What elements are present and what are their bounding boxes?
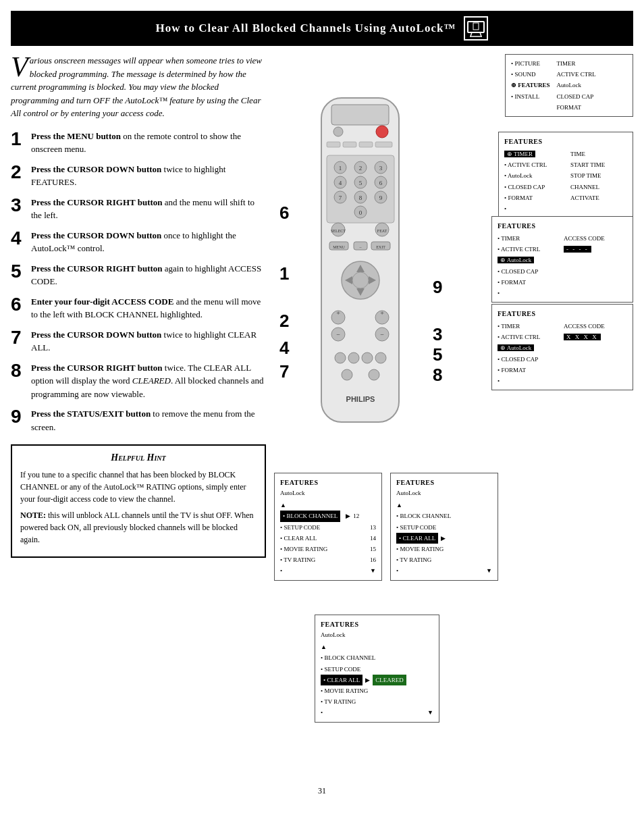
menu1-install: • INSTALL <box>511 91 550 102</box>
menu2-closedcap: • CLOSED CAP <box>504 182 565 192</box>
step-3: 3 Press the CURSOR RIGHT button and the … <box>11 196 266 222</box>
svg-rect-12 <box>375 142 392 147</box>
step-1-bold: Press the MENU button <box>31 131 121 141</box>
mc-arrow-right: ▶ <box>365 675 370 685</box>
menu3-format: • FORMAT <box>498 277 558 288</box>
step-6: 6 Enter your four-digit ACCESS CODE and … <box>11 295 266 321</box>
step-3-bold: Press the CURSOR RIGHT button <box>31 197 163 207</box>
step-5-number: 5 <box>11 262 26 281</box>
svg-text:1: 1 <box>339 165 342 172</box>
step-5: 5 Press the CURSOR RIGHT button again to… <box>11 262 266 288</box>
menu-screen-4: FEATURES • TIMER • ACTIVE CTRL ⊕ AutoLoc… <box>491 304 633 396</box>
step-6-bold: Enter your four-digit ACCESS CODE <box>31 296 173 307</box>
intro-paragraph: V arious onscreen messages will appear w… <box>11 54 266 120</box>
mc-setupcode: • SETUP CODE <box>321 666 360 673</box>
menu3-dot: • <box>498 288 558 298</box>
step-1-number: 1 <box>11 130 26 149</box>
mb2-subtitle: AutoLock <box>396 488 492 498</box>
left-column: V arious onscreen messages will appear w… <box>11 54 274 770</box>
svg-text:−: − <box>380 331 384 338</box>
svg-text:SELECT: SELECT <box>331 229 346 233</box>
svg-rect-6 <box>331 105 389 125</box>
svg-text:6: 6 <box>379 180 383 186</box>
step-overlay-9: 9 <box>433 277 442 298</box>
svg-text:0: 0 <box>359 209 363 216</box>
svg-point-58 <box>335 353 346 363</box>
menu-screen-1: • PICTURE • SOUND ⊕ FEATURES • INSTALL T… <box>505 54 633 122</box>
menu2-dot: • <box>504 203 565 214</box>
mc-down-arrow: ▼ <box>427 707 433 718</box>
step-overlay-3: 3 <box>433 324 442 345</box>
mb1-arrow-right: ▶ <box>346 511 350 521</box>
mb1-num14: 14 <box>370 533 376 544</box>
step-2-text: Press the CURSOR DOWN button twice to hi… <box>31 163 266 189</box>
mc-dot: • <box>321 707 323 718</box>
svg-point-60 <box>362 353 373 363</box>
svg-text:9: 9 <box>379 194 383 201</box>
svg-rect-10 <box>343 142 356 147</box>
step-1-text: Press the MENU button on the remote cont… <box>31 130 266 156</box>
mb1-down-arrow: ▼ <box>370 565 376 576</box>
mc-tvrating: • TV RATING <box>321 698 356 705</box>
mc-cleared-label: CLEARED <box>373 675 406 685</box>
step-9-bold: Press the STATUS/EXIT button <box>31 409 151 419</box>
step-overlay-4: 4 <box>279 338 289 359</box>
step-2-number: 2 <box>11 163 26 182</box>
menu-screen-2: FEATURES ⊕ TIMER • ACTIVE CTRL • AutoLoc… <box>498 132 633 224</box>
menu2-activate: ACTIVATE <box>570 192 605 203</box>
remote-control-diagram: 1 2 3 4 5 6 7 8 <box>301 95 419 448</box>
step-overlay-8: 8 <box>433 365 442 386</box>
tv-icon <box>466 19 485 38</box>
step-overlay-2: 2 <box>279 311 289 332</box>
menu1-sound: • SOUND <box>511 69 550 80</box>
page-footer: 31 <box>0 786 644 803</box>
step-7-text: Press the CURSOR DOWN button twice to hi… <box>31 328 266 355</box>
header-icon <box>464 16 488 41</box>
svg-text:−: − <box>336 331 340 338</box>
step-4: 4 Press the CURSOR DOWN button once to h… <box>11 229 266 255</box>
menu3-access-val: - - - - <box>564 246 591 253</box>
menu3-closedcap: • CLOSED CAP <box>498 266 558 277</box>
step-9: 9 Press the STATUS/EXIT button to remove… <box>11 407 266 434</box>
hint-paragraph-1: If you tune to a specific channel that h… <box>20 469 257 505</box>
mb2-movierating: • MOVIE RATING <box>396 546 444 552</box>
mb1-movierating: • MOVIE RATING <box>280 544 327 554</box>
menu4-access-title: ACCESS CODE <box>564 321 605 332</box>
menu2-stoptime: STOP TIME <box>570 170 605 181</box>
step-6-number: 6 <box>11 295 26 314</box>
menu-screen-3: FEATURES • TIMER • ACTIVE CTRL ⊕ AutoLoc… <box>491 216 633 308</box>
svg-text:7: 7 <box>339 194 342 201</box>
svg-rect-9 <box>327 142 340 147</box>
mc-subtitle: AutoLock <box>321 630 433 640</box>
menu1-picture: • PICTURE <box>511 58 550 69</box>
step-overlay-5: 5 <box>433 344 442 365</box>
menu3-timer: • TIMER <box>498 233 558 244</box>
remote-svg: 1 2 3 4 5 6 7 8 <box>301 95 419 446</box>
step-2-bold: Press the CURSOR DOWN button <box>31 164 161 174</box>
mb2-down-arrow: ▼ <box>486 565 492 576</box>
svg-text:+: + <box>336 309 340 317</box>
menu1-format: FORMAT <box>557 102 596 113</box>
step-8: 8 Press the CURSOR RIGHT button twice. T… <box>11 361 266 401</box>
step-4-number: 4 <box>11 229 26 248</box>
page-body: V arious onscreen messages will appear w… <box>0 46 644 778</box>
menu3-title: FEATURES <box>498 220 627 232</box>
menu-block2: FEATURES AutoLock ▲ • BLOCK CHANNEL • SE… <box>390 473 498 581</box>
svg-text:MENU: MENU <box>333 245 345 249</box>
menu2-autolock: • AutoLock <box>504 170 565 181</box>
menu2-time: TIME <box>570 149 605 159</box>
mb1-tvrating: • TV RATING <box>280 554 315 565</box>
page-header: How to Clear All Blocked Channels Using … <box>11 11 633 46</box>
step-overlay-1: 1 <box>279 263 289 284</box>
mc-blockchannel: • BLOCK CHANNEL <box>321 654 375 661</box>
mb2-tvrating: • TV RATING <box>396 556 431 563</box>
mb2-title: FEATURES <box>396 477 492 488</box>
menu2-title: FEATURES <box>504 136 627 147</box>
step-3-text: Press the CURSOR RIGHT button and the me… <box>31 196 266 222</box>
mb1-subtitle: AutoLock <box>280 488 376 498</box>
menu3-access-title: ACCESS CODE <box>564 233 605 244</box>
mc-arrow-up: ▲ <box>321 644 327 650</box>
mb1-title: FEATURES <box>280 477 376 488</box>
mb2-blockchannel: • BLOCK CHANNEL <box>396 513 451 519</box>
mb1-setupcode: • SETUP CODE <box>280 522 320 533</box>
